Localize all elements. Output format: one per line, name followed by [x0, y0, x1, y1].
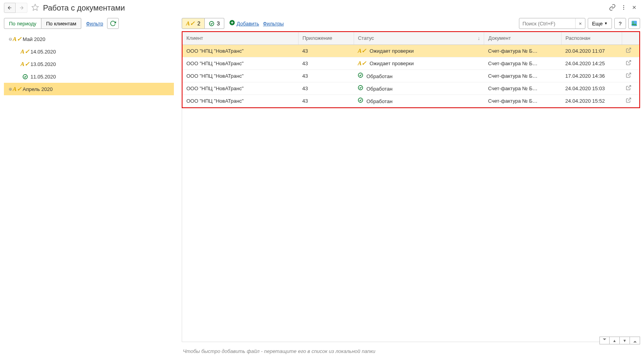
- tree-node[interactable]: ⊖A✓Май 2020: [4, 33, 174, 45]
- open-external-icon[interactable]: [626, 98, 631, 104]
- done-icon: [209, 21, 215, 27]
- th-status[interactable]: Статус↓: [354, 32, 484, 45]
- cell-status: Обработан: [354, 70, 484, 82]
- table-empty-area: [182, 108, 640, 342]
- cell-status: Обработан: [354, 82, 484, 94]
- pending-icon: A✓: [21, 61, 30, 68]
- done-icon: [22, 74, 28, 80]
- cell-client: ООО "НПЦ "НовАТранс": [182, 57, 298, 70]
- cell-open: [622, 70, 639, 82]
- tree-child-node[interactable]: A✓13.05.2020: [4, 58, 174, 70]
- tree-child-node[interactable]: A✓14.05.2020: [4, 45, 174, 58]
- svg-rect-13: [633, 342, 637, 342]
- th-doc[interactable]: Документ: [484, 32, 562, 45]
- cell-open: [622, 45, 639, 57]
- search-box: ×: [519, 18, 585, 29]
- th-recognized[interactable]: Распознан: [562, 32, 622, 45]
- nav-down-button[interactable]: ▼: [620, 337, 630, 344]
- add-plus-icon: [229, 20, 235, 27]
- svg-point-1: [623, 5, 624, 6]
- nav-forward-button[interactable]: [16, 3, 27, 13]
- cell-recognized: 24.04.2020 15:52: [562, 94, 622, 107]
- more-button[interactable]: Еще ▼: [588, 18, 612, 29]
- cell-app: 43: [298, 45, 354, 57]
- cell-client: ООО "НПЦ "НовАТранс": [182, 94, 298, 107]
- table-row[interactable]: ООО "НПЦ "НовАТранс" 43 Обработан Счет-ф…: [182, 94, 639, 107]
- main-toolbar: A✓ 2 3 Добавить Фильтры × Еще ▼: [182, 18, 640, 31]
- th-actions: [622, 32, 639, 45]
- add-link[interactable]: Добавить: [237, 21, 259, 27]
- filter-pending-button[interactable]: A✓ 2: [182, 18, 205, 29]
- cell-status: A✓ Ожидает проверки: [354, 57, 484, 70]
- tab-by-clients[interactable]: По клиентам: [41, 18, 81, 29]
- cell-app: 43: [298, 94, 354, 107]
- svg-rect-12: [603, 339, 606, 339]
- pending-icon: A✓: [13, 36, 22, 43]
- tab-by-period[interactable]: По периоду: [4, 18, 41, 29]
- pending-icon: A✓: [13, 86, 22, 93]
- svg-point-2: [623, 7, 624, 7]
- cell-app: 43: [298, 57, 354, 70]
- svg-point-8: [633, 22, 634, 23]
- footer-hint: Чтобы быстро добавить файл - перетащите …: [0, 344, 644, 354]
- table-row[interactable]: ООО "НПЦ "НовАТранс" 43 Обработан Счет-ф…: [182, 70, 639, 82]
- sort-arrow-icon: ↓: [478, 35, 480, 41]
- cell-client: ООО "НПЦ "НовАТранс": [182, 70, 298, 82]
- page-title: Работа с документами: [43, 4, 125, 12]
- open-external-icon[interactable]: [626, 61, 631, 67]
- cell-doc: Счет-фактура № Б…: [484, 45, 562, 57]
- cell-app: 43: [298, 70, 354, 82]
- table-nav-buttons: ▲ ▼: [599, 337, 640, 344]
- arrow-left-icon: [7, 5, 13, 11]
- th-client[interactable]: Клиент: [182, 32, 298, 45]
- done-count: 3: [217, 20, 220, 27]
- sidebar-toolbar: По периоду По клиентам Фильтр: [4, 18, 174, 29]
- table-row[interactable]: ООО "НПЦ "НовАТранс" 43 A✓ Ожидает прове…: [182, 57, 639, 70]
- cell-doc: Счет-фактура № Б…: [484, 82, 562, 94]
- help-button[interactable]: ?: [614, 18, 626, 29]
- tree-node-label: Апрель 2020: [23, 86, 53, 92]
- cell-app: 43: [298, 82, 354, 94]
- documents-table-highlighted: Клиент Приложение Статус↓ Документ Распо…: [182, 31, 640, 108]
- open-external-icon[interactable]: [626, 48, 631, 54]
- th-app[interactable]: Приложение: [298, 32, 354, 45]
- cell-open: [622, 94, 639, 107]
- open-external-icon[interactable]: [626, 73, 631, 79]
- close-icon[interactable]: [631, 5, 637, 11]
- documents-table: Клиент Приложение Статус↓ Документ Распо…: [182, 32, 639, 107]
- date-tree: ⊖A✓Май 2020A✓14.05.2020A✓13.05.202011.05…: [4, 33, 174, 95]
- done-icon: [358, 72, 363, 78]
- filters-link[interactable]: Фильтры: [263, 21, 284, 27]
- open-external-icon[interactable]: [626, 86, 631, 92]
- search-clear-button[interactable]: ×: [575, 18, 585, 29]
- nav-up-button[interactable]: ▲: [610, 337, 620, 344]
- header-bar: Работа с документами: [0, 0, 644, 16]
- sidebar-filter-link[interactable]: Фильтр: [86, 21, 103, 27]
- tree-child-label: 11.05.2020: [30, 74, 56, 80]
- nav-back-button[interactable]: [4, 3, 16, 13]
- cell-recognized: 20.04.2020 11:07: [562, 45, 622, 57]
- favorite-star-icon[interactable]: [31, 4, 39, 12]
- sidebar: По периоду По клиентам Фильтр ⊖A✓Май 202…: [0, 16, 178, 344]
- table-row[interactable]: ООО "НПЦ "НовАТранс" 43 Обработан Счет-ф…: [182, 82, 639, 94]
- refresh-button[interactable]: [107, 18, 119, 29]
- pending-count: 2: [197, 20, 200, 27]
- link-icon[interactable]: [609, 4, 616, 12]
- image-icon: [631, 20, 638, 27]
- image-preview-button[interactable]: [628, 18, 640, 29]
- table-row[interactable]: ООО "НПЦ "НовАТранс" 43 A✓ Ожидает прове…: [182, 45, 639, 57]
- svg-marker-0: [32, 4, 39, 10]
- nav-last-button[interactable]: [630, 337, 640, 344]
- nav-first-button[interactable]: [599, 337, 610, 344]
- cell-recognized: 17.04.2020 14:36: [562, 70, 622, 82]
- kebab-menu-icon[interactable]: [621, 4, 627, 12]
- cell-doc: Счет-фактура № Б…: [484, 57, 562, 70]
- main-panel: A✓ 2 3 Добавить Фильтры × Еще ▼: [178, 16, 644, 344]
- tree-node[interactable]: ⊕A✓Апрель 2020: [4, 83, 174, 95]
- more-label: Еще: [592, 21, 603, 27]
- search-input[interactable]: [519, 21, 575, 27]
- tree-child-label: 13.05.2020: [30, 61, 56, 67]
- tree-child-node[interactable]: 11.05.2020: [4, 70, 174, 83]
- svg-point-3: [623, 9, 624, 9]
- filter-done-button[interactable]: 3: [205, 18, 224, 29]
